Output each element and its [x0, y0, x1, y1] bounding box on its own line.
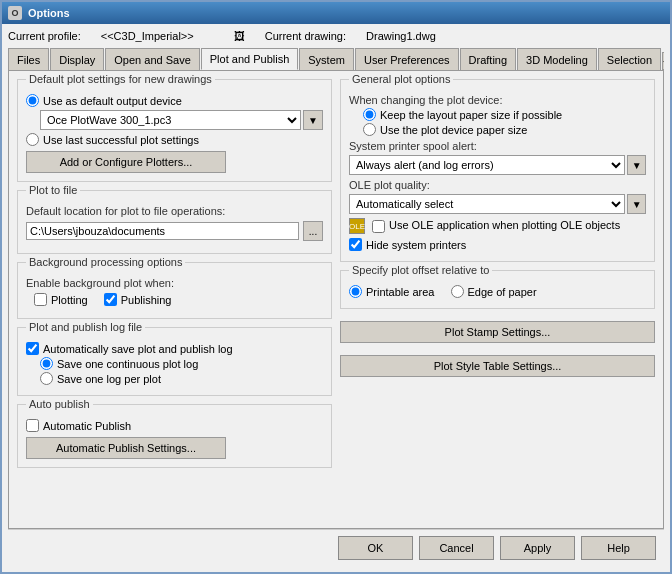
auto-publish-cb-label: Automatic Publish [43, 420, 131, 432]
default-plot-content: Use as default output device Oce PlotWav… [26, 86, 323, 173]
options-window: O Options Current profile: <<C3D_Imperia… [0, 0, 672, 574]
default-plot-section: Default plot settings for new drawings U… [17, 79, 332, 182]
printable-label: Printable area [366, 286, 435, 298]
ok-button[interactable]: OK [338, 536, 413, 560]
auto-publish-content: Automatic Publish Automatic Publish Sett… [26, 411, 323, 459]
use-default-row: Use as default output device [26, 94, 323, 107]
use-last-radio[interactable] [26, 133, 39, 146]
edge-row: Edge of paper [451, 285, 537, 298]
log-title: Plot and publish log file [26, 321, 145, 333]
right-panel: General plot options When changing the p… [340, 79, 655, 520]
auto-save-checkbox[interactable] [26, 342, 39, 355]
location-browse-btn[interactable]: ... [303, 221, 323, 241]
use-default-label: Use as default output device [43, 95, 182, 107]
device-row: Oce PlotWave 300_1.pc3 ▼ [40, 110, 323, 130]
tab-selection[interactable]: Selection [598, 48, 661, 70]
one-continuous-label: Save one continuous plot log [57, 358, 198, 370]
tab-plot-publish[interactable]: Plot and Publish [201, 48, 299, 70]
plot-to-file-content: Default location for plot to file operat… [26, 197, 323, 241]
ole-dropdown-btn[interactable]: ▼ [627, 194, 646, 214]
spool-dropdown[interactable]: Always alert (and log errors) [349, 155, 625, 175]
edge-radio[interactable] [451, 285, 464, 298]
use-ole-label: Use OLE application when plotting OLE ob… [389, 218, 620, 232]
use-last-label: Use last successful plot settings [43, 134, 199, 146]
ole-quality-label: OLE plot quality: [349, 179, 646, 191]
general-title: General plot options [349, 73, 453, 85]
tab-prev-btn[interactable]: ◀ [662, 52, 664, 70]
edge-label: Edge of paper [468, 286, 537, 298]
auto-save-label: Automatically save plot and publish log [43, 343, 233, 355]
cancel-button[interactable]: Cancel [419, 536, 494, 560]
tab-user-preferences[interactable]: User Preferences [355, 48, 459, 70]
general-section: General plot options When changing the p… [340, 79, 655, 262]
stamp-btn[interactable]: Plot Stamp Settings... [340, 321, 655, 343]
one-continuous-radio[interactable] [40, 357, 53, 370]
use-last-row: Use last successful plot settings [26, 133, 323, 146]
plot-to-file-title: Plot to file [26, 184, 80, 196]
spool-row: Always alert (and log errors) ▼ [349, 155, 646, 175]
device-dropdown-btn[interactable]: ▼ [303, 110, 323, 130]
use-plot-label: Use the plot device paper size [380, 124, 527, 136]
general-content: When changing the plot device: Keep the … [349, 86, 646, 251]
offset-content: Printable area Edge of paper [349, 277, 646, 300]
location-label: Default location for plot to file operat… [26, 205, 323, 217]
drawing-value: Drawing1.dwg [366, 30, 436, 42]
tabs-container: Files Display Open and Save Plot and Pub… [8, 48, 664, 71]
drawing-icon: 🖼 [234, 30, 245, 42]
keep-layout-radio[interactable] [363, 108, 376, 121]
offset-section: Specify plot offset relative to Printabl… [340, 270, 655, 309]
printable-row: Printable area [349, 285, 435, 298]
tab-files[interactable]: Files [8, 48, 49, 70]
left-panel: Default plot settings for new drawings U… [17, 79, 332, 520]
device-dropdown[interactable]: Oce PlotWave 300_1.pc3 [40, 110, 301, 130]
auto-save-row: Automatically save plot and publish log [26, 342, 323, 355]
spool-dropdown-btn[interactable]: ▼ [627, 155, 646, 175]
window-icon: O [8, 6, 22, 20]
when-changing-label: When changing the plot device: [349, 94, 646, 106]
tab-3d-modeling[interactable]: 3D Modeling [517, 48, 597, 70]
apply-button[interactable]: Apply [500, 536, 575, 560]
log-section: Plot and publish log file Automatically … [17, 327, 332, 396]
use-ole-row: OLE Use OLE application when plotting OL… [349, 218, 646, 234]
tab-display[interactable]: Display [50, 48, 104, 70]
use-ole-checkbox[interactable] [372, 220, 385, 233]
ole-quality-dropdown[interactable]: Automatically select [349, 194, 625, 214]
stamp-row: Plot Stamp Settings... [340, 321, 655, 343]
use-default-radio[interactable] [26, 94, 39, 107]
use-plot-radio[interactable] [363, 123, 376, 136]
auto-publish-checkbox[interactable] [26, 419, 39, 432]
background-title: Background processing options [26, 256, 185, 268]
add-plotters-row: Add or Configure Plotters... [26, 151, 323, 173]
content-area: Current profile: <<C3D_Imperial>> 🖼 Curr… [2, 24, 670, 572]
window-title: Options [28, 7, 70, 19]
location-row: ... [26, 221, 323, 241]
auto-publish-settings-btn[interactable]: Automatic Publish Settings... [26, 437, 226, 459]
auto-publish-section: Auto publish Automatic Publish Automatic… [17, 404, 332, 468]
profile-row: Current profile: <<C3D_Imperial>> 🖼 Curr… [8, 30, 664, 42]
one-per-radio[interactable] [40, 372, 53, 385]
publishing-checkbox[interactable] [104, 293, 117, 306]
printable-radio[interactable] [349, 285, 362, 298]
use-plot-row: Use the plot device paper size [349, 123, 646, 136]
add-plotters-btn[interactable]: Add or Configure Plotters... [26, 151, 226, 173]
spool-label: System printer spool alert: [349, 140, 646, 152]
tab-drafting[interactable]: Drafting [460, 48, 517, 70]
one-per-label: Save one log per plot [57, 373, 161, 385]
profile-value: <<C3D_Imperial>> [101, 30, 194, 42]
background-checkboxes: Plotting Publishing [34, 291, 323, 308]
keep-layout-label: Keep the layout paper size if possible [380, 109, 562, 121]
main-area: Default plot settings for new drawings U… [8, 71, 664, 529]
location-input[interactable] [26, 222, 299, 240]
tab-open-save[interactable]: Open and Save [105, 48, 199, 70]
plot-to-file-section: Plot to file Default location for plot t… [17, 190, 332, 254]
help-button[interactable]: Help [581, 536, 656, 560]
one-per-row: Save one log per plot [26, 372, 323, 385]
tab-system[interactable]: System [299, 48, 354, 70]
plotting-checkbox[interactable] [34, 293, 47, 306]
style-btn[interactable]: Plot Style Table Settings... [340, 355, 655, 377]
offset-title: Specify plot offset relative to [349, 264, 492, 276]
auto-publish-cb-row: Automatic Publish [26, 419, 323, 432]
hide-printers-checkbox[interactable] [349, 238, 362, 251]
title-bar: O Options [2, 2, 670, 24]
footer: OK Cancel Apply Help [8, 529, 664, 566]
